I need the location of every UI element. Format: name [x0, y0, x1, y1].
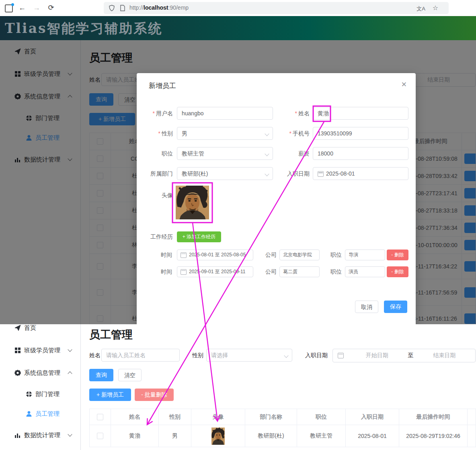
user-icon	[26, 411, 32, 417]
employee-name-cell: 黄渤	[111, 425, 159, 447]
exp-job-label: 职位	[322, 266, 342, 277]
chevron-down-icon	[265, 151, 269, 156]
sidebar-item-home[interactable]: 首页	[0, 324, 80, 336]
select-all-checkbox[interactable]	[97, 414, 103, 420]
exp-job-field[interactable]: 导演	[345, 250, 385, 260]
department-icon	[26, 391, 32, 397]
job-select[interactable]: 教研主管	[177, 147, 273, 160]
save-button[interactable]: 保存	[384, 301, 407, 313]
cancel-button[interactable]: 取消	[355, 301, 378, 313]
employee-dept-cell: 教研部(杜)	[245, 425, 297, 447]
filter-name-input[interactable]: 请输入员工姓名	[101, 349, 180, 362]
translate-icon[interactable]: 文A	[416, 5, 425, 12]
gender-select[interactable]: 男	[177, 127, 273, 140]
filter-gender-select[interactable]: 请选择	[206, 349, 292, 362]
filter-name-label: 姓名	[89, 349, 101, 362]
username-field[interactable]: huangbo	[177, 107, 273, 120]
employee-table: 姓名 性别 头像 部门名称 职位 入职日期 最后操作时间 黄渤 男 教研部(杜)…	[89, 409, 476, 447]
chevron-down-icon	[284, 353, 288, 358]
table-header-row: 姓名 性别 头像 部门名称 职位 入职日期 最后操作时间	[89, 409, 476, 425]
dept-label: 所属部门	[137, 167, 173, 180]
paper-plane-icon	[14, 325, 21, 331]
search-button[interactable]: 查询	[89, 369, 113, 381]
address-bar[interactable]: http://localhost:90/emp 文A ☆	[104, 2, 449, 14]
employee-updated-cell: 2025-08-29T19:02:46	[399, 425, 468, 447]
sidebar-item-statistics[interactable]: 数据统计管理	[0, 427, 80, 443]
phone-field[interactable]: 13903510099	[313, 127, 408, 140]
bar-chart-icon	[14, 432, 21, 438]
employee-gender-cell: 男	[159, 425, 191, 447]
date-range-separator: 至	[408, 352, 414, 359]
employee-entry-cell: 2025-08-01	[346, 425, 399, 447]
result-screenshot-region: 首页 班级学员管理 系统信息管理 部门管理 员工管理	[0, 324, 476, 450]
chevron-down-icon	[265, 131, 269, 136]
calendar-icon	[181, 252, 187, 258]
browser-chrome: ← → ⟳ http://localhost:90/emp 文A ☆	[0, 0, 476, 16]
delete-exp-button[interactable]: - 删除	[387, 266, 408, 277]
employee-avatar-image	[211, 428, 225, 445]
forward-icon[interactable]: →	[31, 2, 42, 13]
add-employee-button[interactable]: + 新增员工	[89, 389, 131, 401]
delete-exp-button[interactable]: - 删除	[387, 250, 408, 260]
page-title: 员工管理	[89, 327, 133, 342]
star-icon[interactable]: ☆	[433, 4, 438, 12]
tab-active-dot	[11, 3, 14, 6]
salary-field[interactable]: 18000	[313, 147, 408, 160]
exp-date-range[interactable]: 2025-09-01 至 2025-09-11	[177, 266, 253, 277]
calendar-icon	[181, 269, 187, 275]
dept-select[interactable]: 教研部(杜)	[177, 167, 273, 180]
employee-job-cell: 教研主管	[297, 425, 346, 447]
work-exp-label: 工作经历	[137, 230, 173, 243]
exp-job-field[interactable]: 演员	[345, 266, 385, 277]
exp-company-label: 公司	[257, 266, 277, 277]
name-label: *姓名	[275, 107, 310, 120]
clear-button[interactable]: 清空	[118, 369, 142, 381]
entry-date-label: 入职日期	[275, 167, 310, 180]
gear-icon	[14, 370, 21, 376]
grid-icon	[14, 347, 21, 354]
app-header: Tlias智能学习辅助系统	[0, 16, 476, 40]
screenshot-canvas: ← → ⟳ http://localhost:90/emp 文A ☆ Tlias…	[0, 0, 476, 450]
filter-date-range-box[interactable]: 开始日期 至 结束日期	[332, 349, 476, 362]
job-label: 职位	[137, 147, 173, 160]
document-icon	[120, 5, 125, 11]
calendar-icon	[338, 353, 344, 358]
exp-date-range[interactable]: 2025-08-01 至 2025-08-05	[177, 250, 253, 260]
sidebar-item-employees[interactable]: 员工管理	[0, 406, 80, 422]
app-title: Tlias智能学习辅助系统	[5, 20, 163, 38]
chevron-down-icon	[68, 347, 72, 352]
sidebar: 首页 班级学员管理 系统信息管理 部门管理 员工管理	[0, 324, 81, 450]
end-date-input[interactable]: 结束日期	[414, 352, 476, 359]
reload-icon[interactable]: ⟳	[46, 2, 56, 13]
filter-date-label: 入职日期	[305, 349, 328, 362]
username-label: *用户名	[137, 107, 173, 120]
exp-time-label: 时间	[153, 266, 172, 277]
chevron-down-icon	[68, 432, 72, 436]
phone-label: *手机号	[275, 127, 310, 140]
exp-time-label: 时间	[153, 250, 172, 260]
row-checkbox[interactable]	[97, 433, 103, 439]
salary-label: 薪资	[275, 147, 310, 160]
chevron-down-icon	[265, 172, 269, 176]
exp-job-label: 职位	[322, 250, 342, 260]
start-date-input[interactable]: 开始日期	[346, 352, 408, 359]
name-field[interactable]: 黄渤	[313, 107, 408, 120]
exp-company-field[interactable]: 葛二蛋	[279, 266, 320, 277]
batch-delete-button[interactable]: - 批量删除	[135, 389, 174, 401]
shield-icon	[109, 5, 115, 11]
add-work-exp-button[interactable]: + 添加工作经历	[177, 231, 221, 242]
exp-company-label: 公司	[257, 250, 277, 260]
sidebar-item-classes[interactable]: 班级学员管理	[0, 342, 80, 358]
sidebar-item-system[interactable]: 系统信息管理	[0, 365, 80, 381]
chevron-up-icon	[68, 371, 72, 376]
back-icon[interactable]: ←	[17, 2, 27, 13]
close-icon[interactable]: ✕	[401, 80, 407, 89]
modal-screenshot-region: 首页 班级学员管理 系统信息管理 部门管理 员工管理	[0, 40, 476, 324]
avatar-upload-image[interactable]	[176, 186, 209, 219]
tab-icon[interactable]	[5, 4, 13, 12]
exp-company-field[interactable]: 北京电影学院	[279, 250, 320, 260]
entry-date-picker[interactable]: 2025-08-01	[313, 167, 408, 180]
add-employee-dialog: 新增员工 ✕ *用户名 huangbo *姓名 黄渤 *性别 男 *手机号 13…	[137, 73, 416, 324]
sidebar-item-departments[interactable]: 部门管理	[0, 386, 80, 402]
avatar-label: 头像	[137, 189, 173, 202]
